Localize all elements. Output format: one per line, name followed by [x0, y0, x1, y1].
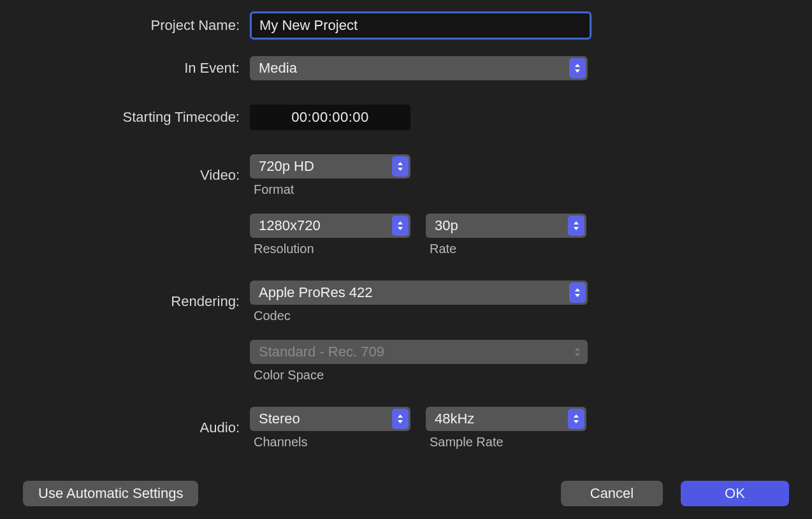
video-resolution-select[interactable]: 1280x720 [250, 214, 410, 238]
audio-sample-rate-select[interactable]: 48kHz [426, 407, 586, 431]
video-rate-select[interactable]: 30p [426, 214, 586, 238]
updown-icon [569, 282, 586, 303]
color-space-sublabel: Color Space [250, 368, 588, 383]
updown-icon [392, 409, 409, 429]
cancel-button[interactable]: Cancel [561, 481, 663, 506]
project-name-label: Project Name: [0, 17, 250, 34]
updown-icon [568, 216, 584, 236]
updown-icon [569, 58, 586, 78]
video-resolution-sublabel: Resolution [250, 242, 410, 256]
in-event-value: Media [259, 60, 297, 77]
starting-timecode-input[interactable] [250, 105, 410, 130]
starting-timecode-label: Starting Timecode: [0, 109, 250, 126]
audio-label: Audio: [0, 420, 250, 436]
updown-icon [392, 216, 409, 236]
project-name-input[interactable] [250, 11, 591, 40]
video-label: Video: [0, 167, 250, 184]
in-event-select[interactable]: Media [250, 56, 588, 80]
color-space-select: Standard - Rec. 709 [250, 340, 588, 364]
updown-icon [569, 342, 586, 362]
use-automatic-settings-button[interactable]: Use Automatic Settings [23, 481, 198, 506]
audio-sample-rate-value: 48kHz [435, 411, 474, 427]
rendering-label: Rendering: [0, 293, 250, 310]
render-codec-value: Apple ProRes 422 [259, 284, 373, 301]
audio-channels-value: Stereo [259, 411, 300, 427]
ok-button[interactable]: OK [681, 481, 789, 506]
in-event-label: In Event: [0, 60, 250, 77]
color-space-value: Standard - Rec. 709 [259, 344, 384, 360]
render-codec-select[interactable]: Apple ProRes 422 [250, 281, 588, 305]
video-format-value: 720p HD [259, 158, 314, 175]
video-rate-sublabel: Rate [426, 242, 586, 256]
video-rate-value: 30p [435, 217, 458, 234]
video-resolution-value: 1280x720 [259, 217, 321, 234]
render-codec-sublabel: Codec [250, 309, 588, 323]
audio-channels-select[interactable]: Stereo [250, 407, 410, 431]
audio-channels-sublabel: Channels [250, 435, 410, 450]
audio-sample-rate-sublabel: Sample Rate [426, 435, 586, 450]
video-format-sublabel: Format [250, 182, 410, 197]
updown-icon [568, 409, 584, 429]
video-format-select[interactable]: 720p HD [250, 154, 410, 179]
updown-icon [392, 156, 409, 177]
